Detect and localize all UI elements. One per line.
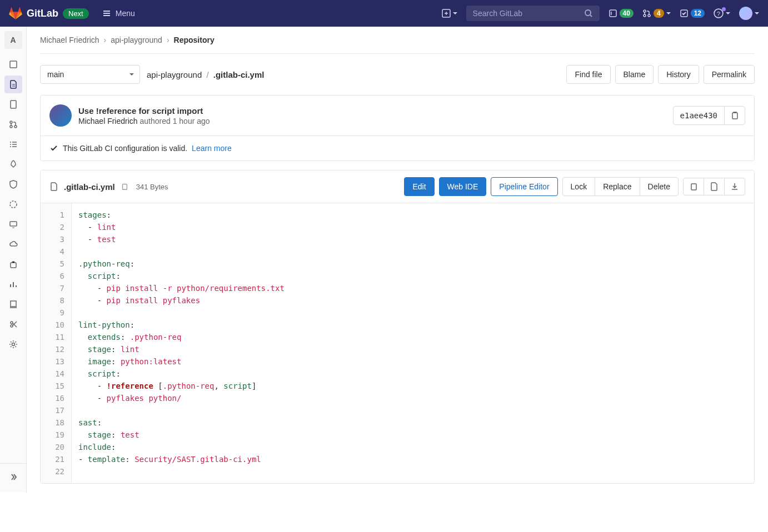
merge-requests-link[interactable]: 4 <box>642 9 671 18</box>
svg-rect-10 <box>11 101 16 108</box>
download-icon <box>730 182 739 191</box>
commit-title[interactable]: Use !reference for script import <box>78 106 666 116</box>
commit-author-avatar[interactable] <box>49 104 72 127</box>
commit-meta: Michael Friedrich authored 1 hour ago <box>78 117 666 126</box>
svg-rect-9 <box>10 61 17 68</box>
download-button[interactable] <box>724 178 745 195</box>
menu-button[interactable]: Menu <box>102 9 135 18</box>
edit-button[interactable]: Edit <box>404 177 434 196</box>
file-icon-actions <box>683 178 745 195</box>
find-file-button[interactable]: Find file <box>566 65 610 84</box>
history-button[interactable]: History <box>658 65 699 84</box>
svg-rect-16 <box>11 263 16 268</box>
doc-text-icon <box>9 80 18 89</box>
svg-point-4 <box>644 14 646 17</box>
copy-path-icon[interactable] <box>121 183 128 190</box>
file-name: .gitlab-ci.yml <box>64 182 115 192</box>
branch-selector[interactable]: main <box>40 65 140 84</box>
file-viewer: .gitlab-ci.yml 341 Bytes Edit Web IDE Pi… <box>40 170 755 484</box>
search-input[interactable] <box>473 9 584 18</box>
search-icon <box>584 9 593 18</box>
sidebar-security[interactable] <box>4 155 22 173</box>
svg-point-11 <box>10 121 12 123</box>
svg-rect-2 <box>610 10 616 17</box>
search-box[interactable] <box>466 6 600 21</box>
learn-more-link[interactable]: Learn more <box>192 144 232 153</box>
sidebar-deployments[interactable] <box>4 195 22 213</box>
sidebar-wiki[interactable] <box>4 295 22 313</box>
menu-label: Menu <box>116 9 135 18</box>
svg-rect-20 <box>732 113 737 119</box>
file-navigation: main api-playground / .gitlab-ci.yml Fin… <box>40 65 755 84</box>
file-actions-group: Lock Replace Delete <box>562 177 679 196</box>
issues-link[interactable]: 40 <box>609 9 634 18</box>
copy-contents-button[interactable] <box>683 178 704 195</box>
todos-link[interactable]: 12 <box>680 9 705 18</box>
sidebar-merge-requests[interactable] <box>4 116 22 133</box>
sidebar-monitor[interactable] <box>4 215 22 233</box>
web-ide-button[interactable]: Web IDE <box>439 177 487 196</box>
commit-box: Use !reference for script import Michael… <box>40 95 755 161</box>
pipeline-editor-button[interactable]: Pipeline Editor <box>491 177 557 196</box>
list-icon <box>9 140 18 149</box>
code-viewer: 12345678910111213141516171819202122 stag… <box>41 203 754 483</box>
delete-button[interactable]: Delete <box>640 177 679 196</box>
book-icon <box>9 300 18 309</box>
svg-point-18 <box>11 325 13 327</box>
ci-valid-text: This GitLab CI configuration is valid. <box>63 144 187 153</box>
user-avatar <box>739 7 752 20</box>
replace-button[interactable]: Replace <box>595 177 640 196</box>
sidebar-snippets[interactable] <box>4 315 22 333</box>
merge-request-icon <box>642 9 651 18</box>
sidebar-project-info[interactable] <box>4 56 22 73</box>
sidebar-packages[interactable] <box>4 255 22 273</box>
help-button[interactable]: ? <box>714 8 730 18</box>
svg-rect-22 <box>691 184 696 190</box>
create-new-button[interactable] <box>442 9 457 18</box>
chart-icon <box>9 280 18 289</box>
document-icon <box>710 182 719 191</box>
lock-button[interactable]: Lock <box>562 177 596 196</box>
sidebar-shield[interactable] <box>4 175 22 193</box>
shield-icon <box>9 180 18 189</box>
chevron-down-icon <box>666 12 671 17</box>
user-menu[interactable] <box>739 7 759 20</box>
gitlab-logo[interactable]: GitLab <box>9 7 58 20</box>
commit-sha[interactable]: e1aee430 <box>674 107 724 124</box>
sidebar-issues[interactable] <box>4 96 22 113</box>
commit-author[interactable]: Michael Friedrich <box>78 117 138 126</box>
permalink-button[interactable]: Permalink <box>704 65 755 84</box>
sidebar-settings[interactable] <box>4 335 22 353</box>
check-icon <box>49 144 58 153</box>
todo-count: 12 <box>691 9 705 18</box>
sidebar-infrastructure[interactable] <box>4 235 22 253</box>
svg-point-19 <box>12 343 14 346</box>
mr-count: 4 <box>654 9 664 18</box>
sidebar-collapse[interactable] <box>4 468 22 486</box>
merge-icon <box>9 120 18 129</box>
sidebar-analytics[interactable] <box>4 275 22 293</box>
cloud-icon <box>9 240 18 249</box>
issues-count: 40 <box>620 9 634 18</box>
copy-sha-button[interactable] <box>724 107 745 124</box>
code-content[interactable]: stages: - lint - test .python-req: scrip… <box>72 203 754 483</box>
breadcrumb-user[interactable]: Michael Friedrich <box>40 36 99 44</box>
path-project[interactable]: api-playground <box>147 70 202 79</box>
commit-sha-box: e1aee430 <box>673 106 745 125</box>
path-file[interactable]: .gitlab-ci.yml <box>213 70 265 79</box>
top-navbar: GitLab Next Menu 40 4 12 ? <box>0 0 768 27</box>
sidebar-repository[interactable] <box>4 76 22 93</box>
sidebar-ci-cd[interactable] <box>4 135 22 153</box>
commit-time: 1 hour ago <box>173 117 210 126</box>
chevron-down-icon <box>726 12 730 17</box>
clipboard-icon <box>689 182 698 191</box>
project-avatar[interactable]: A <box>4 31 22 49</box>
breadcrumb-project[interactable]: api-playground <box>111 36 162 44</box>
blame-button[interactable]: Blame <box>615 65 654 84</box>
next-badge[interactable]: Next <box>63 8 89 19</box>
todo-icon <box>680 9 689 18</box>
svg-point-1 <box>585 10 591 16</box>
raw-button[interactable] <box>704 178 725 195</box>
svg-rect-21 <box>122 184 127 190</box>
svg-point-17 <box>11 322 13 324</box>
